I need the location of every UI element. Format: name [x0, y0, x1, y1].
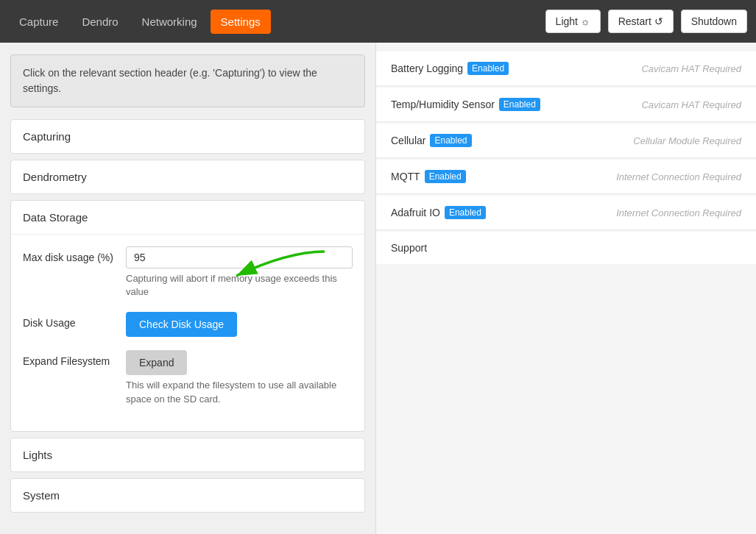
- check-disk-usage-button[interactable]: Check Disk Usage: [126, 312, 237, 337]
- section-lights[interactable]: Lights: [10, 438, 365, 472]
- restart-button[interactable]: Restart ↺: [608, 10, 674, 33]
- max-disk-input[interactable]: [126, 246, 353, 268]
- light-button[interactable]: Light ☼: [545, 10, 601, 33]
- expand-filesystem-label: Expand Filesystem: [23, 350, 126, 369]
- mqtt-badge: Enabled: [425, 170, 466, 183]
- battery-logging-note: Cavicam HAT Required: [641, 63, 741, 74]
- battery-logging-label: Battery Logging Enabled: [391, 62, 641, 75]
- section-system-label: System: [23, 489, 60, 502]
- mqtt-label: MQTT Enabled: [391, 170, 616, 183]
- tab-settings[interactable]: Settings: [211, 10, 271, 34]
- list-item: Temp/Humidity Sensor Enabled Cavicam HAT…: [376, 88, 756, 122]
- support-label: Support: [391, 242, 741, 254]
- temp-humidity-label: Temp/Humidity Sensor Enabled: [391, 98, 641, 111]
- section-data-storage-header[interactable]: Data Storage: [11, 201, 364, 235]
- shutdown-button[interactable]: Shutdown: [681, 10, 747, 33]
- mqtt-note: Internet Connection Required: [616, 171, 741, 182]
- section-system[interactable]: System: [10, 478, 365, 513]
- list-item: Battery Logging Enabled Cavicam HAT Requ…: [376, 51, 756, 86]
- list-item: Support: [376, 232, 756, 264]
- section-data-storage-body: Max disk usage (%) Capturin: [11, 235, 364, 431]
- main-layout: Click on the relevant section header (e.…: [0, 43, 756, 534]
- right-panel: Battery Logging Enabled Cavicam HAT Requ…: [375, 43, 756, 534]
- section-data-storage-label: Data Storage: [23, 211, 88, 224]
- disk-usage-content: Check Disk Usage: [126, 312, 353, 337]
- section-capturing[interactable]: Capturing: [10, 119, 365, 154]
- list-item: Cellular Enabled Cellular Module Require…: [376, 124, 756, 158]
- list-item: Adafruit IO Enabled Internet Connection …: [376, 196, 756, 230]
- cellular-label: Cellular Enabled: [391, 134, 633, 147]
- info-box: Click on the relevant section header (e.…: [10, 54, 365, 107]
- section-dendrometry-label: Dendrometry: [23, 171, 87, 183]
- battery-logging-badge: Enabled: [467, 62, 509, 75]
- section-dendrometry[interactable]: Dendrometry: [10, 160, 365, 194]
- max-disk-row: Max disk usage (%) Capturin: [23, 246, 353, 299]
- max-disk-label: Max disk usage (%): [23, 246, 126, 266]
- max-disk-hint: Capturing will abort if memory usage exc…: [126, 272, 353, 299]
- tab-capture[interactable]: Capture: [9, 10, 68, 34]
- adafruit-io-note: Internet Connection Required: [616, 207, 741, 218]
- disk-usage-label: Disk Usage: [23, 312, 126, 331]
- header: Capture Dendro Networking Settings Light…: [0, 0, 756, 43]
- section-lights-label: Lights: [23, 449, 52, 461]
- adafruit-io-badge: Enabled: [445, 206, 486, 219]
- temp-humidity-badge: Enabled: [499, 98, 540, 111]
- disk-usage-row: Disk Usage Check Disk Usage: [23, 312, 353, 337]
- adafruit-io-label: Adafruit IO Enabled: [391, 206, 616, 219]
- expand-button[interactable]: Expand: [126, 350, 187, 375]
- tab-dendro[interactable]: Dendro: [71, 10, 128, 34]
- section-capturing-label: Capturing: [23, 130, 71, 143]
- cellular-note: Cellular Module Required: [633, 135, 741, 146]
- section-data-storage: Data Storage Max disk usage (%): [10, 200, 365, 432]
- expand-hint: This will expand the filesystem to use a…: [126, 379, 353, 405]
- info-box-text: Click on the relevant section header (e.…: [23, 67, 317, 94]
- list-item: MQTT Enabled Internet Connection Require…: [376, 160, 756, 194]
- cellular-badge: Enabled: [430, 134, 471, 147]
- temp-humidity-note: Cavicam HAT Required: [641, 99, 741, 110]
- left-panel: Click on the relevant section header (e.…: [0, 43, 375, 534]
- max-disk-content: Capturing will abort if memory usage exc…: [126, 246, 353, 299]
- expand-filesystem-row: Expand Filesystem Expand This will expan…: [23, 350, 353, 405]
- tab-networking[interactable]: Networking: [132, 10, 208, 34]
- expand-filesystem-content: Expand This will expand the filesystem t…: [126, 350, 353, 405]
